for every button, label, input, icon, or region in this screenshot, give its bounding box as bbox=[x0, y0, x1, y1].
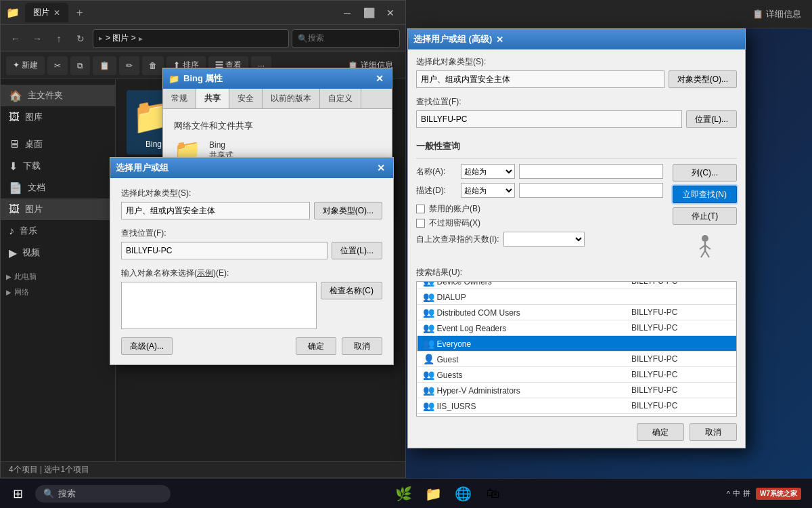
sidebar-item-home[interactable]: 🏠 主文件夹 bbox=[1, 85, 115, 106]
this-pc-section[interactable]: ▶ 此电脑 bbox=[1, 269, 115, 284]
desc-condition-select[interactable]: 起始为 bbox=[461, 183, 515, 198]
tray-pinyin[interactable]: 拼 bbox=[743, 488, 750, 499]
name-input[interactable] bbox=[519, 164, 663, 179]
address-bar[interactable]: ▸ > 图片 > ▸ bbox=[93, 29, 289, 48]
tab-security[interactable]: 安全 bbox=[229, 89, 263, 108]
disabled-checkbox[interactable] bbox=[416, 205, 425, 213]
copy-button[interactable]: ⧉ bbox=[70, 56, 90, 75]
result-row[interactable]: 👥DIALUP bbox=[418, 289, 736, 305]
detail-btn-right[interactable]: 📋 详细信息 bbox=[752, 8, 801, 20]
maximize-btn[interactable]: ⬜ bbox=[359, 3, 378, 22]
days-spinner[interactable] bbox=[503, 232, 585, 247]
minimize-btn[interactable]: ─ bbox=[338, 3, 357, 22]
tab-close-btn[interactable]: ✕ bbox=[53, 8, 60, 18]
adv-footer: 确定 取消 bbox=[416, 423, 737, 441]
object-type-btn[interactable]: 对象类型(O)... bbox=[314, 202, 382, 219]
new-button[interactable]: ✦ 新建 bbox=[6, 56, 45, 75]
list-btn[interactable]: 列(C)... bbox=[673, 164, 737, 182]
cut-button[interactable]: ✂ bbox=[47, 56, 68, 75]
adv-ok-btn[interactable]: 确定 bbox=[637, 423, 684, 441]
delete-button[interactable]: 🗑 bbox=[142, 56, 164, 75]
name-label: 名称(A): bbox=[416, 166, 457, 177]
adv-location-group: 位置(L)... bbox=[416, 110, 737, 128]
select-user-close[interactable]: ✕ bbox=[374, 161, 388, 175]
sidebar-item-desktop[interactable]: 🖥 桌面 bbox=[1, 133, 115, 155]
result-row[interactable]: 👥Event Log ReadersBILLYFU-PC bbox=[418, 320, 736, 336]
no-expire-label: 不过期密码(X) bbox=[429, 217, 480, 229]
result-row[interactable]: 👥GuestsBILLYFU-PC bbox=[418, 367, 736, 383]
result-row[interactable]: 👥Device OwnersBILLYFU-PC bbox=[418, 281, 736, 289]
result-row[interactable]: 👤GuestBILLYFU-PC bbox=[418, 352, 736, 367]
sidebar-item-gallery[interactable]: 🖼 图库 bbox=[1, 106, 115, 128]
sidebar-item-documents[interactable]: 📄 文档 bbox=[1, 177, 115, 198]
taskbar-nature-icon[interactable]: 🌿 bbox=[392, 482, 416, 506]
stop-btn[interactable]: 停止(T) bbox=[673, 207, 737, 225]
desc-input[interactable] bbox=[519, 183, 663, 198]
forward-btn[interactable]: → bbox=[28, 29, 47, 48]
tray-lang[interactable]: 中 bbox=[733, 488, 740, 499]
search-bar[interactable]: 🔍 搜索 bbox=[292, 29, 400, 48]
result-folder-cell: BILLYFU-PC bbox=[626, 305, 736, 320]
paste-button[interactable]: 📋 bbox=[93, 56, 116, 75]
result-row[interactable]: 👥IIS_IUSRSBILLYFU-PC bbox=[418, 398, 736, 414]
result-row[interactable]: 👥INTERACTIVE bbox=[418, 414, 736, 417]
tray-up-arrow[interactable]: ^ bbox=[727, 490, 730, 498]
close-btn[interactable]: ✕ bbox=[381, 3, 400, 22]
svg-point-0 bbox=[702, 235, 708, 242]
advanced-btn[interactable]: 高级(A)... bbox=[121, 337, 173, 355]
result-folder-cell bbox=[626, 414, 736, 417]
sidebar-item-downloads[interactable]: ⬇ 下载 bbox=[1, 155, 115, 177]
adv-cancel-btn[interactable]: 取消 bbox=[690, 423, 737, 441]
result-row[interactable]: 👥Distributed COM UsersBILLYFU-PC bbox=[418, 305, 736, 320]
tab-customize[interactable]: 自定义 bbox=[320, 89, 361, 108]
adv-dialog-close[interactable]: ✕ bbox=[496, 35, 503, 45]
tab-general[interactable]: 常规 bbox=[163, 89, 196, 108]
enter-object-label: 输入对象名称来选择(示例)(E): bbox=[121, 268, 229, 279]
result-name-cell: 👥IIS_IUSRS bbox=[418, 398, 627, 414]
explorer-tab[interactable]: 图片 ✕ bbox=[25, 3, 68, 22]
object-type-input[interactable] bbox=[121, 202, 310, 219]
checkboxes-group: 禁用的账户(B) 不过期密码(X) 自上次查录指的天数(I): bbox=[416, 203, 663, 247]
sidebar-item-videos[interactable]: ▶ 视频 bbox=[1, 242, 115, 263]
adv-location-btn[interactable]: 位置(L)... bbox=[686, 110, 737, 128]
sidebar-item-pictures[interactable]: 🖼 图片 bbox=[1, 198, 115, 220]
taskbar-edge-icon[interactable]: 🌐 bbox=[451, 482, 476, 506]
location-btn[interactable]: 位置(L)... bbox=[332, 242, 382, 259]
object-type-label: 选择此对象类型(S): bbox=[121, 188, 382, 199]
result-row[interactable]: 👥Everyone bbox=[418, 336, 736, 352]
tab-sharing[interactable]: 共享 bbox=[196, 89, 229, 108]
desktop-icon: 🖥 bbox=[9, 138, 20, 150]
sidebar-item-music[interactable]: ♪ 音乐 bbox=[1, 220, 115, 242]
start-button[interactable]: ⊞ bbox=[5, 482, 30, 506]
taskbar-folder-icon[interactable]: 📁 bbox=[422, 482, 446, 506]
results-scroll[interactable]: 名称 所在文件夹 👥DefaultAccountBILLYFU-PC👥Devic… bbox=[416, 281, 737, 417]
find-btn[interactable]: 立即查找(N) bbox=[673, 186, 737, 203]
select-user-ok-btn[interactable]: 确定 bbox=[296, 337, 336, 355]
adv-location-input[interactable] bbox=[416, 110, 682, 128]
network-section[interactable]: ▶ 网络 bbox=[1, 284, 115, 300]
result-row[interactable]: 👥Hyper-V AdministratorsBILLYFU-PC bbox=[418, 383, 736, 398]
taskbar-store-icon[interactable]: 🛍 bbox=[481, 482, 505, 506]
result-folder-cell: BILLYFU-PC bbox=[626, 383, 736, 398]
up-btn[interactable]: ↑ bbox=[49, 29, 68, 48]
object-type-row: 选择此对象类型(S): 对象类型(O)... bbox=[121, 188, 382, 219]
sidebar-label-home: 主文件夹 bbox=[28, 89, 63, 102]
adv-object-type-btn[interactable]: 对象类型(O)... bbox=[669, 70, 737, 88]
name-condition-select[interactable]: 起始为 bbox=[461, 164, 515, 179]
no-expire-checkbox[interactable] bbox=[416, 219, 425, 228]
taskbar-search[interactable]: 🔍 搜索 bbox=[35, 485, 171, 503]
new-tab-btn[interactable]: + bbox=[76, 7, 83, 19]
select-user-cancel-btn[interactable]: 取消 bbox=[342, 337, 382, 355]
location-input[interactable] bbox=[121, 242, 328, 259]
sidebar-label-music: 音乐 bbox=[20, 225, 37, 237]
status-bar: 4个项目 | 选中1个项目 bbox=[1, 461, 405, 478]
object-name-textarea[interactable] bbox=[121, 282, 317, 329]
refresh-btn[interactable]: ↻ bbox=[71, 29, 90, 48]
back-btn[interactable]: ← bbox=[6, 29, 25, 48]
adv-object-type-input[interactable] bbox=[416, 70, 664, 88]
rename-button[interactable]: ✏ bbox=[119, 56, 139, 75]
check-name-btn[interactable]: 检查名称(C) bbox=[321, 282, 382, 299]
tab-previous-versions[interactable]: 以前的版本 bbox=[263, 89, 320, 108]
bing-dialog-close[interactable]: ✕ bbox=[373, 72, 386, 85]
location-label: 查找位置(F): bbox=[121, 228, 382, 239]
